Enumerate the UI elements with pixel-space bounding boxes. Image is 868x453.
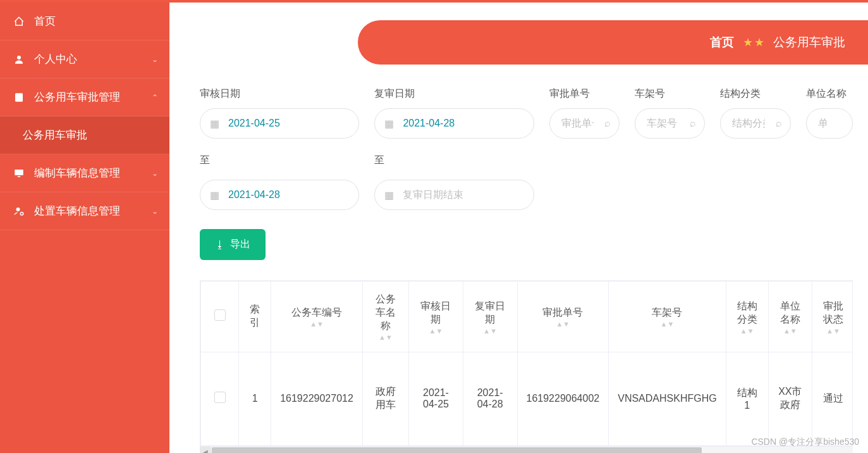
svg-rect-2 (15, 170, 23, 175)
cell-car-name: 政府用车 (362, 352, 408, 445)
cell-org: XX市政府 (768, 352, 812, 445)
svg-point-5 (20, 212, 23, 215)
sort-icon: ▲▼ (418, 329, 454, 334)
search-icon: ⌕ (690, 118, 696, 129)
cell-car-no: 1619229027012 (271, 352, 363, 445)
svg-rect-1 (15, 93, 23, 102)
label-vin: 车架号 (635, 87, 705, 101)
sidebar: 首页 个人中心 ⌄ 公务用车审批管理 ⌃ 公务用车审批 编制车辆信息管理 ⌄ (0, 3, 169, 453)
chevron-down-icon: ⌄ (152, 207, 158, 216)
review-date-end-input[interactable] (374, 180, 534, 210)
label-to: 至 (374, 154, 534, 167)
home-icon (13, 15, 25, 28)
export-button[interactable]: ⭳ 导出 (200, 229, 266, 260)
sidebar-item-home[interactable]: 首页 (0, 3, 169, 40)
sort-icon: ▲▼ (778, 329, 803, 334)
sidebar-item-label: 编制车辆信息管理 (34, 166, 120, 180)
sort-icon: ▲▼ (527, 322, 600, 327)
sort-icon: ▲▼ (821, 329, 845, 334)
col-struct[interactable]: 结构分类▲▼ (726, 282, 768, 352)
chevron-down-icon: ⌄ (152, 55, 158, 64)
user-cog-icon (13, 205, 25, 218)
sidebar-item-label: 公务用车审批管理 (34, 90, 120, 104)
sidebar-item-approval-mgmt[interactable]: 公务用车审批管理 ⌃ (0, 78, 169, 116)
svg-rect-3 (18, 176, 21, 177)
cell-audit-date: 2021-04-25 (409, 352, 463, 445)
audit-date-start-input[interactable] (200, 108, 359, 139)
export-label: 导出 (230, 238, 250, 251)
select-all-checkbox[interactable] (214, 309, 226, 321)
label-org: 单位名称 (806, 87, 853, 101)
svg-point-0 (17, 56, 21, 59)
calendar-icon: ▦ (210, 118, 219, 130)
org-input[interactable] (806, 108, 853, 139)
sidebar-item-label: 处置车辆信息管理 (34, 204, 120, 218)
label-audit-date: 审核日期 (200, 87, 359, 101)
cell-review-date: 2021-04-28 (463, 352, 517, 445)
sidebar-item-approval[interactable]: 公务用车审批 (0, 116, 169, 154)
cell-approval-no: 1619229064002 (517, 352, 609, 445)
svg-point-4 (16, 208, 20, 211)
sort-icon: ▲▼ (735, 329, 759, 334)
scroll-left-icon[interactable]: ◀ (200, 447, 211, 453)
col-idx[interactable]: 索引 (239, 282, 271, 352)
watermark: CSDN @专注分享bishe530 (751, 437, 859, 448)
sidebar-item-vehicle-info[interactable]: 编制车辆信息管理 ⌄ (0, 154, 169, 192)
review-date-start-input[interactable] (374, 108, 534, 139)
sidebar-item-label: 首页 (34, 14, 56, 28)
user-icon (13, 53, 25, 66)
content-area: 首页 ★★ 公务用车审批 审核日期 ▦ 至 ▦ (169, 3, 868, 453)
label-struct: 结构分类 (720, 87, 790, 101)
col-vin[interactable]: 车架号▲▼ (609, 282, 726, 352)
monitor-icon (13, 167, 25, 180)
cell-status: 通过 (812, 352, 853, 445)
sidebar-item-label: 公务用车审批 (23, 128, 87, 142)
stars-icon: ★★ (743, 35, 764, 49)
scroll-thumb[interactable] (212, 447, 702, 453)
row-checkbox[interactable] (214, 392, 226, 403)
chevron-down-icon: ⌄ (152, 169, 158, 178)
sort-icon: ▲▼ (472, 329, 508, 334)
data-table: 索引 公务车编号▲▼ 公务车名称▲▼ 审核日期▲▼ 复审日期▲▼ 审批单号▲▼ … (200, 280, 853, 447)
table-row[interactable]: 1 1619229027012 政府用车 2021-04-25 2021-04-… (201, 352, 853, 445)
sort-icon: ▲▼ (280, 322, 353, 327)
sort-icon: ▲▼ (618, 322, 716, 327)
col-org[interactable]: 单位名称▲▼ (768, 282, 812, 352)
table-header-row: 索引 公务车编号▲▼ 公务车名称▲▼ 审核日期▲▼ 复审日期▲▼ 审批单号▲▼ … (201, 282, 853, 352)
cell-struct: 结构1 (726, 352, 768, 445)
search-icon: ⌕ (776, 118, 782, 129)
label-to: 至 (200, 154, 359, 167)
search-icon: ⌕ (604, 118, 611, 129)
cell-idx: 1 (239, 352, 271, 445)
col-review-date[interactable]: 复审日期▲▼ (463, 282, 517, 352)
sidebar-item-disposal[interactable]: 处置车辆信息管理 ⌄ (0, 192, 169, 230)
file-icon (13, 91, 25, 104)
crumb-home[interactable]: 首页 (710, 34, 734, 51)
sidebar-item-label: 个人中心 (34, 52, 77, 66)
audit-date-end-input[interactable] (200, 180, 359, 210)
col-car-no[interactable]: 公务车编号▲▼ (271, 282, 363, 352)
breadcrumb: 首页 ★★ 公务用车审批 (358, 20, 868, 65)
chevron-up-icon: ⌃ (152, 93, 158, 102)
col-approval-no[interactable]: 审批单号▲▼ (517, 282, 609, 352)
crumb-current: 公务用车审批 (773, 34, 845, 51)
calendar-icon: ▦ (384, 189, 394, 201)
calendar-icon: ▦ (384, 118, 394, 130)
sidebar-item-profile[interactable]: 个人中心 ⌄ (0, 40, 169, 78)
sort-icon: ▲▼ (372, 335, 400, 340)
download-icon: ⭳ (215, 239, 225, 251)
label-review-date: 复审日期 (374, 87, 534, 101)
cell-vin: VNSADAHSKHFGHG (609, 352, 726, 445)
col-audit-date[interactable]: 审核日期▲▼ (409, 282, 463, 352)
col-status[interactable]: 审批状态▲▼ (812, 282, 853, 352)
label-approval-no: 审批单号 (549, 87, 620, 101)
col-car-name[interactable]: 公务车名称▲▼ (362, 282, 408, 352)
calendar-icon: ▦ (210, 189, 219, 201)
